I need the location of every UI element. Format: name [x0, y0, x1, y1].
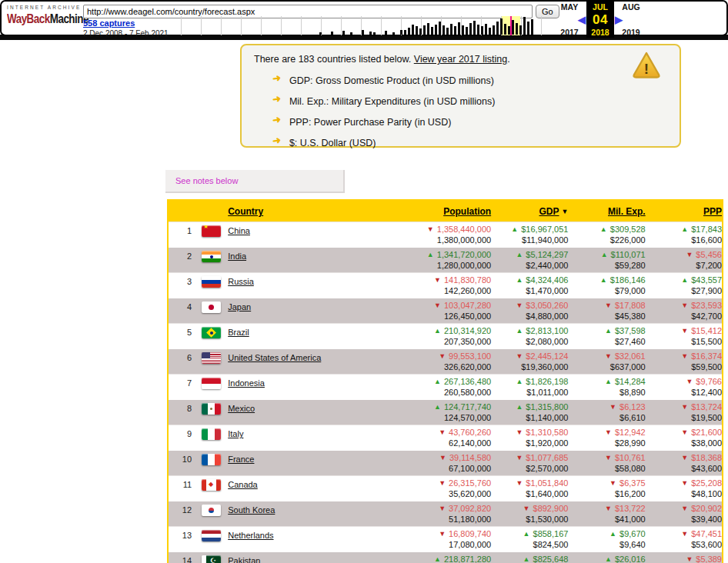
- flag-cell: [197, 501, 228, 527]
- forecast-value: $1,077,685: [526, 453, 568, 462]
- timeline-bar: [485, 24, 487, 35]
- forecast-value: $6,123: [619, 402, 646, 411]
- timeline-bar: [319, 32, 322, 35]
- country-link[interactable]: Canada: [228, 480, 258, 489]
- flag-cell: [197, 476, 228, 501]
- mil-exp-sort-link[interactable]: Mil. Exp.: [608, 206, 646, 217]
- forecast-value: $3,050,260: [526, 301, 568, 310]
- view-year-2017-link[interactable]: View year 2017 listing: [414, 54, 507, 65]
- trend-arrow-icon: ▼: [439, 505, 446, 512]
- trend-arrow-icon: ▲: [434, 327, 441, 335]
- notice-intro-period: .: [507, 54, 509, 65]
- rank-cell: 4: [168, 298, 197, 324]
- current-value: $41,000: [568, 515, 645, 525]
- population-forecast: ▼37,092,820: [394, 504, 491, 515]
- country-flag-icon: [202, 403, 221, 415]
- mil-exp-forecast: ▼$12,942: [568, 428, 645, 438]
- country-flag-icon: [202, 454, 221, 465]
- country-link[interactable]: South Korea: [228, 505, 275, 515]
- country-link[interactable]: France: [228, 455, 254, 464]
- prev-month-label[interactable]: MAY: [553, 2, 586, 13]
- ppp-forecast: ▼$20,902: [646, 504, 722, 515]
- country-link[interactable]: Brazil: [228, 328, 249, 337]
- mil-exp-forecast: ▼$6,375: [568, 478, 645, 489]
- gdp-forecast: ▼$1,310,580: [491, 428, 568, 438]
- trend-arrow-icon: ▼: [681, 428, 688, 436]
- country-link[interactable]: Mexico: [228, 404, 255, 413]
- current-value: $1,470,000: [491, 286, 568, 296]
- current-value: $1,920,000: [491, 438, 568, 448]
- country-flag-icon: [202, 276, 221, 288]
- gdp-cell: ▼$1,310,580 $1,920,000: [491, 425, 568, 451]
- timeline-bar: [408, 28, 410, 35]
- country-link[interactable]: India: [228, 252, 246, 261]
- country-flag-icon: [202, 301, 221, 313]
- ppp-cell: ▼$5,389 $5,400: [646, 552, 723, 563]
- rank-cell: 12: [168, 501, 197, 527]
- country-link[interactable]: Italy: [228, 429, 243, 438]
- country-link[interactable]: Indonesia: [228, 378, 265, 388]
- country-link[interactable]: United States of America: [228, 353, 321, 362]
- rank-cell: 13: [168, 527, 197, 552]
- current-value: 62,140,000: [394, 438, 491, 448]
- internet-archive-label: INTERNET ARCHIVE: [7, 5, 82, 11]
- gdp-cell: ▲$16,967,051 $11,940,000: [491, 222, 568, 248]
- current-value: 142,260,000: [394, 286, 491, 296]
- timeline-bar: [527, 22, 529, 35]
- ppp-forecast: ▼$9,766: [646, 377, 722, 388]
- country-flag-icon: [202, 251, 221, 262]
- flag-cell: [197, 375, 228, 400]
- country-sort-link[interactable]: Country: [228, 206, 263, 217]
- trend-arrow-icon: ▼: [439, 352, 446, 360]
- ppp-sort-link[interactable]: PPP: [703, 206, 722, 217]
- forecast-value: 267,136,480: [444, 377, 491, 386]
- current-value: $19,360,000: [491, 362, 568, 372]
- trend-arrow-icon: ▼: [516, 454, 523, 461]
- captures-link[interactable]: 558 captures: [83, 18, 169, 28]
- see-notes-link[interactable]: See notes below: [175, 176, 238, 185]
- flag-cell: [197, 451, 228, 476]
- current-value: 126,450,000: [394, 311, 491, 321]
- population-cell: ▼99,553,100 326,620,000: [394, 349, 491, 375]
- population-sort-link[interactable]: Population: [443, 206, 491, 217]
- country-cell: Mexico: [228, 400, 394, 425]
- wayback-logo[interactable]: INTERNET ARCHIVE WayBackMachine: [7, 5, 82, 25]
- forecast-value: $5,124,297: [526, 250, 568, 259]
- ppp-cell: ▼$5,456 $7,200: [646, 248, 723, 273]
- forecast-value: $26,016: [615, 555, 646, 563]
- country-flag-icon: [202, 530, 221, 541]
- next-year-label[interactable]: 2019: [614, 28, 648, 38]
- trend-arrow-icon: ▲: [516, 276, 523, 284]
- timeline-bar: [427, 23, 429, 35]
- next-capture-arrow-icon[interactable]: ▶: [614, 13, 648, 28]
- forecast-value: $892,900: [533, 504, 569, 513]
- ppp-forecast: ▼$5,456: [646, 250, 722, 261]
- flag-cell: [197, 222, 228, 248]
- gdp-forecast: ▼$1,051,840: [491, 478, 568, 489]
- rank-cell: 1: [168, 222, 197, 248]
- capture-timeline[interactable]: [181, 16, 549, 35]
- current-value: $42,700: [646, 311, 722, 321]
- legend-item-text: Mil. Exp.: Military Expenditures (in USD…: [289, 96, 495, 107]
- gdp-sort-link[interactable]: GDP: [539, 206, 559, 217]
- current-value: $28,990: [568, 438, 645, 448]
- forecast-value: $309,528: [610, 225, 646, 234]
- country-link[interactable]: Japan: [228, 302, 251, 311]
- trend-arrow-icon: ▲: [427, 251, 434, 258]
- country-link[interactable]: Pakistan: [228, 556, 260, 563]
- mil-exp-cell: ▲$37,598 $27,460: [568, 324, 645, 349]
- prev-capture-arrow-icon[interactable]: ◀: [553, 13, 586, 28]
- gdp-forecast: ▲$825,648: [491, 555, 568, 563]
- population-forecast: ▼141,830,780: [394, 275, 491, 286]
- next-month-label[interactable]: AUG: [614, 2, 648, 13]
- timeline-bar: [512, 20, 514, 35]
- country-link[interactable]: Russia: [228, 277, 254, 286]
- trend-arrow-icon: ▼: [605, 301, 612, 309]
- country-link[interactable]: Netherlands: [228, 531, 273, 540]
- forecast-value: $1,315,800: [526, 402, 568, 411]
- current-value: 124,570,000: [394, 413, 491, 423]
- prev-year-label[interactable]: 2017: [553, 28, 586, 38]
- current-value: $12,400: [646, 388, 722, 398]
- country-link[interactable]: China: [228, 226, 250, 235]
- gdp-cell: ▲$1,315,800 $1,140,000: [491, 400, 568, 425]
